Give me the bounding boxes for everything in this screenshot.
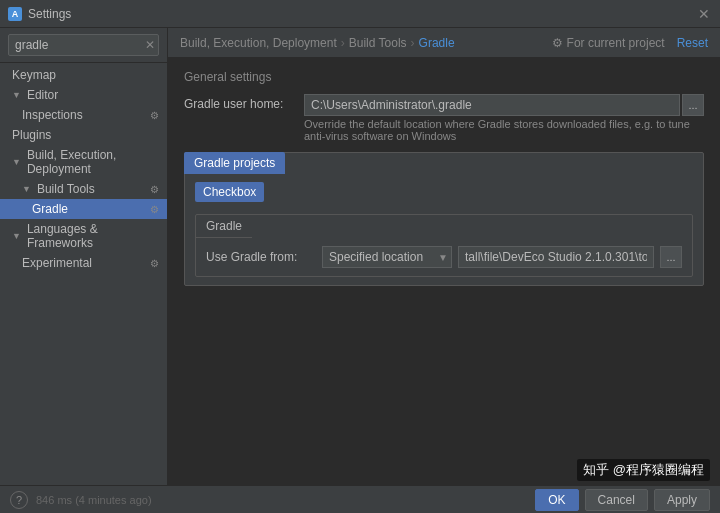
- use-gradle-from-row: Use Gradle from: Specified location Grad…: [206, 246, 682, 268]
- gradle-sub-content: Use Gradle from: Specified location Grad…: [196, 238, 692, 276]
- gradle-projects-box: Gradle projects Checkbox Gradle Use Grad…: [184, 152, 704, 286]
- checkbox-label: Checkbox: [203, 185, 256, 199]
- breadcrumb-sep-1: ›: [341, 36, 345, 50]
- search-input[interactable]: [8, 34, 159, 56]
- gradle-gear-icon: ⚙: [150, 204, 159, 215]
- experimental-gear-icon: ⚙: [150, 258, 159, 269]
- breadcrumb-right: ⚙ For current project Reset: [552, 36, 708, 50]
- sidebar-item-gradle[interactable]: Gradle ⚙: [0, 199, 167, 219]
- gradle-path-browse-btn[interactable]: ...: [660, 246, 682, 268]
- gradle-projects-content: Checkbox Gradle Use Gradle from: Specifi…: [185, 174, 703, 285]
- build-expand-arrow: ▼: [12, 157, 21, 167]
- apply-button[interactable]: Apply: [654, 489, 710, 511]
- use-gradle-from-select-wrapper: Specified location Gradle wrapper Local …: [322, 246, 452, 268]
- gradle-sub-box: Gradle Use Gradle from: Specified locati…: [195, 214, 693, 277]
- editor-expand-arrow: ▼: [12, 90, 21, 100]
- build-tools-gear-icon: ⚙: [150, 184, 159, 195]
- lang-expand-arrow: ▼: [12, 231, 21, 241]
- for-current-project-label: ⚙ For current project: [552, 36, 664, 50]
- status-text: 846 ms (4 minutes ago): [36, 494, 152, 506]
- reset-link[interactable]: Reset: [677, 36, 708, 50]
- gradle-projects-header: Gradle projects: [184, 152, 285, 174]
- sidebar: ✕ Keymap ▼ Editor Inspections: [0, 28, 168, 485]
- gradle-user-home-hint: Override the default location where Grad…: [304, 118, 704, 142]
- sidebar-item-build-exec-deploy[interactable]: ▼ Build, Execution, Deployment: [0, 145, 167, 179]
- breadcrumb-part-1: Build, Execution, Deployment: [180, 36, 337, 50]
- ok-button[interactable]: OK: [535, 489, 578, 511]
- gradle-user-home-input[interactable]: [304, 94, 680, 116]
- breadcrumb: Build, Execution, Deployment › Build Too…: [180, 36, 455, 50]
- nav-section: Keymap ▼ Editor Inspections ⚙ Pl: [0, 63, 167, 275]
- gradle-user-home-row: Gradle user home: ... Override the defau…: [184, 94, 704, 142]
- search-box: ✕: [0, 28, 167, 63]
- settings-content: General settings Gradle user home: ... O…: [168, 58, 720, 298]
- gradle-sub-header: Gradle: [196, 215, 252, 238]
- sidebar-item-lang-frameworks[interactable]: ▼ Languages & Frameworks: [0, 219, 167, 253]
- inspections-gear-icon: ⚙: [150, 110, 159, 121]
- build-tools-expand-arrow: ▼: [22, 184, 31, 194]
- gradle-user-home-label: Gradle user home:: [184, 94, 304, 111]
- breadcrumb-part-2: Build Tools: [349, 36, 407, 50]
- sidebar-item-build-tools[interactable]: ▼ Build Tools ⚙: [0, 179, 167, 199]
- search-clear-icon[interactable]: ✕: [145, 38, 155, 52]
- bottom-bar: ? 846 ms (4 minutes ago) OK Cancel Apply: [0, 485, 720, 513]
- sidebar-item-keymap[interactable]: Keymap: [0, 65, 167, 85]
- window-title: Settings: [28, 7, 71, 21]
- app-icon: A: [8, 7, 22, 21]
- breadcrumb-bar: Build, Execution, Deployment › Build Too…: [168, 28, 720, 58]
- breadcrumb-sep-2: ›: [411, 36, 415, 50]
- content-area: Build, Execution, Deployment › Build Too…: [168, 28, 720, 485]
- use-gradle-from-select[interactable]: Specified location Gradle wrapper Local …: [322, 246, 452, 268]
- sidebar-item-plugins[interactable]: Plugins: [0, 125, 167, 145]
- search-wrapper: ✕: [8, 34, 159, 56]
- title-bar: A Settings ✕: [0, 0, 720, 28]
- help-button[interactable]: ?: [10, 491, 28, 509]
- sidebar-item-experimental[interactable]: Experimental ⚙: [0, 253, 167, 273]
- title-bar-left: A Settings: [8, 7, 71, 21]
- gradle-user-home-control: ... Override the default location where …: [304, 94, 704, 142]
- breadcrumb-part-3: Gradle: [419, 36, 455, 50]
- checkbox-item[interactable]: Checkbox: [195, 182, 264, 202]
- bottom-right: OK Cancel Apply: [535, 489, 710, 511]
- sidebar-item-inspections[interactable]: Inspections ⚙: [0, 105, 167, 125]
- use-gradle-from-label: Use Gradle from:: [206, 250, 316, 264]
- cancel-button[interactable]: Cancel: [585, 489, 648, 511]
- close-button[interactable]: ✕: [698, 7, 712, 21]
- section-title: General settings: [184, 70, 704, 84]
- main-layout: ✕ Keymap ▼ Editor Inspections: [0, 28, 720, 485]
- gradle-user-home-browse-btn[interactable]: ...: [682, 94, 704, 116]
- gradle-path-input[interactable]: [458, 246, 654, 268]
- bottom-left: ? 846 ms (4 minutes ago): [10, 491, 152, 509]
- sidebar-item-editor[interactable]: ▼ Editor: [0, 85, 167, 105]
